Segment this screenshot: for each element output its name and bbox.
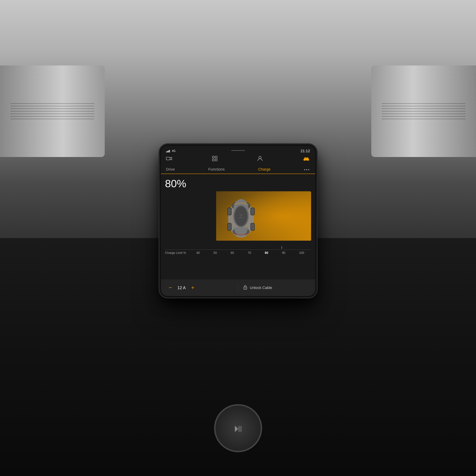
navigation-tabs: Drive Functions Charge ••• [161, 164, 315, 174]
svg-rect-3 [215, 156, 217, 158]
slider-val-40: 40 [196, 251, 200, 255]
svg-rect-4 [212, 159, 214, 161]
steering-wheel: ⏯ [214, 404, 262, 452]
slider-val-50: 50 [213, 251, 217, 255]
drag-handle[interactable] [231, 150, 245, 151]
increase-amp-button[interactable]: + [188, 283, 197, 292]
network-indicator: 4G [172, 150, 175, 153]
charge-slider-labels: Charge Limit % 40 50 60 70 80 90 100 [165, 250, 311, 257]
signal-bars [166, 150, 170, 152]
status-bar: 4G 21:12 [161, 146, 315, 155]
charge-percentage: 80% [165, 177, 311, 189]
svg-rect-15 [228, 208, 231, 215]
charge-slider-indicator [281, 246, 282, 249]
svg-rect-5 [215, 159, 217, 161]
svg-point-6 [259, 156, 261, 159]
bottom-controls: − 12 A + Unlock Cable [161, 279, 315, 296]
right-vent-panel [371, 66, 476, 157]
middle-section [161, 259, 315, 279]
unlock-cable-button[interactable]: Unlock Cable [238, 281, 315, 294]
profile-icon[interactable] [258, 156, 262, 162]
tab-drive[interactable]: Drive [166, 166, 175, 174]
tab-charge[interactable]: Charge [258, 166, 271, 174]
screen-content: 4G 21:12 [161, 146, 315, 296]
infotainment-screen: 4G 21:12 [161, 146, 315, 296]
slider-val-80: 80 [265, 251, 268, 255]
svg-rect-2 [212, 156, 214, 158]
status-time: 21:12 [301, 149, 310, 153]
slider-numbers: 40 50 60 70 80 90 100 [186, 251, 311, 255]
car-visualization [165, 191, 311, 246]
svg-rect-0 [166, 157, 170, 160]
svg-rect-17 [251, 208, 254, 215]
svg-point-28 [245, 288, 246, 289]
camera-icon[interactable] [166, 156, 172, 162]
lock-icon [243, 285, 247, 291]
svg-marker-1 [170, 157, 172, 160]
top-icon-row [161, 155, 315, 164]
svg-point-26 [241, 216, 243, 217]
car-top-view-svg [212, 196, 270, 241]
svg-rect-21 [251, 223, 254, 230]
more-menu[interactable]: ••• [304, 168, 310, 172]
grid-icon[interactable] [212, 156, 217, 162]
decrease-amp-button[interactable]: − [166, 283, 175, 292]
status-left: 4G [166, 150, 175, 153]
slider-val-60: 60 [231, 251, 234, 255]
svg-point-9 [307, 160, 308, 161]
left-vent-panel [0, 66, 105, 157]
unlock-cable-label: Unlock Cable [250, 286, 272, 290]
svg-rect-19 [228, 223, 231, 230]
charge-limit-section: Charge Limit % 40 50 60 70 80 90 100 [161, 250, 315, 259]
amp-display: 12 A [175, 285, 188, 290]
charge-limit-label: Charge Limit % [165, 251, 186, 255]
amp-control-group: − 12 A + [161, 279, 238, 296]
slider-val-70: 70 [248, 251, 251, 255]
slider-val-100: 100 [299, 251, 304, 255]
slider-val-90: 90 [282, 251, 285, 255]
tab-functions[interactable]: Functions [208, 166, 224, 174]
svg-rect-10 [305, 158, 308, 159]
main-content: 80% [161, 174, 315, 250]
car-status-icon[interactable] [303, 156, 310, 162]
svg-point-8 [304, 160, 305, 161]
svg-point-25 [239, 216, 240, 217]
